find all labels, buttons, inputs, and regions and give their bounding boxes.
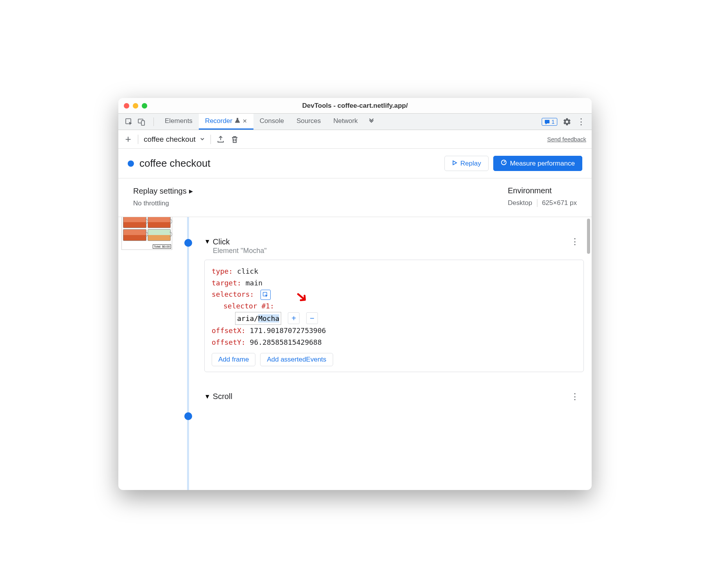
steps-panel: Total: $0.00 ▼ Click ⋮ Element "Mocha" ➜… — [118, 217, 592, 490]
separator — [138, 135, 138, 144]
close-window-icon[interactable] — [124, 103, 129, 109]
svg-rect-3 — [545, 120, 549, 123]
inspect-icon[interactable] — [125, 118, 133, 126]
send-feedback-link[interactable]: Send feedback — [547, 136, 586, 143]
tab-network[interactable]: Network — [327, 114, 364, 130]
step-click: ▼ Click ⋮ Element "Mocha" ➜ type: click … — [204, 237, 584, 372]
tab-recorder[interactable]: Recorder ✕ — [199, 114, 253, 130]
separator — [153, 118, 154, 126]
play-icon — [452, 160, 457, 167]
chevron-down-icon — [200, 135, 205, 144]
viewport-value: 625×671 px — [542, 199, 577, 207]
tab-more[interactable] — [364, 114, 379, 130]
caret-down-icon[interactable]: ▼ — [204, 393, 211, 400]
new-recording-icon[interactable]: + — [124, 135, 132, 144]
device-value: Desktop — [508, 199, 532, 207]
step-details: ➜ type: click target: main selectors: se… — [204, 260, 584, 372]
timeline-node[interactable] — [184, 412, 192, 420]
step-title: Click — [213, 237, 230, 246]
tab-console[interactable]: Console — [253, 114, 290, 130]
recorder-toolbar: + coffee checkout Send feedback — [118, 130, 592, 149]
maximize-window-icon[interactable] — [142, 103, 147, 109]
step-thumbnail[interactable]: Total: $0.00 — [121, 217, 172, 250]
step-menu-icon[interactable]: ⋮ — [571, 392, 584, 402]
measure-performance-button[interactable]: Measure performance — [493, 156, 582, 171]
add-asserted-events-button[interactable]: Add assertedEvents — [260, 353, 333, 366]
step-menu-icon[interactable]: ⋮ — [571, 237, 584, 247]
scrollbar-thumb[interactable] — [587, 219, 590, 254]
step-subtitle: Element "Mocha" — [213, 247, 584, 255]
titlebar: DevTools - coffee-cart.netlify.app/ — [118, 98, 592, 114]
tab-bar: Elements Recorder ✕ Console Sources Netw… — [118, 114, 592, 130]
issues-badge[interactable]: 1 — [542, 118, 557, 126]
devtools-window: DevTools - coffee-cart.netlify.app/ Elem… — [118, 98, 592, 490]
export-icon[interactable] — [216, 135, 225, 144]
minimize-window-icon[interactable] — [133, 103, 138, 109]
thumbnails-column: Total: $0.00 — [118, 217, 181, 490]
add-selector-button[interactable]: + — [288, 312, 300, 324]
caret-right-icon: ▸ — [189, 186, 193, 196]
environment-label: Environment — [508, 186, 551, 195]
caret-down-icon[interactable]: ▼ — [204, 238, 211, 245]
settings-row: Replay settings ▸ No throttling Environm… — [118, 178, 592, 217]
delete-icon[interactable] — [230, 135, 239, 144]
timeline-rail — [187, 217, 189, 490]
timeline: ▼ Click ⋮ Element "Mocha" ➜ type: click … — [181, 217, 592, 490]
recording-header: coffee checkout Replay Measure performan… — [118, 149, 592, 178]
recording-title: coffee checkout — [139, 157, 211, 169]
add-frame-button[interactable]: Add frame — [212, 353, 255, 366]
status-dot-icon — [128, 160, 134, 167]
settings-icon[interactable] — [563, 118, 571, 126]
remove-selector-button[interactable]: − — [306, 312, 318, 324]
replay-settings-toggle[interactable]: Replay settings ▸ — [133, 186, 193, 196]
tab-elements[interactable]: Elements — [159, 114, 199, 130]
separator — [537, 199, 537, 207]
svg-rect-2 — [141, 121, 144, 125]
close-tab-icon[interactable]: ✕ — [243, 118, 247, 124]
selector-input[interactable]: aria/Mocha — [235, 312, 281, 325]
scrollbar[interactable] — [586, 217, 591, 490]
kebab-menu-icon[interactable]: ⋮ — [577, 118, 585, 126]
gauge-icon — [501, 159, 507, 167]
recording-selector[interactable]: coffee checkout — [144, 135, 205, 144]
timeline-node[interactable] — [184, 239, 192, 247]
step-title: Scroll — [213, 392, 232, 401]
replay-button[interactable]: Replay — [444, 156, 489, 171]
device-toggle-icon[interactable] — [137, 118, 146, 126]
flask-icon — [235, 117, 240, 125]
separator — [211, 135, 211, 144]
traffic-lights — [124, 103, 147, 109]
window-title: DevTools - coffee-cart.netlify.app/ — [302, 102, 408, 110]
element-picker-icon[interactable] — [260, 290, 271, 300]
tab-sources[interactable]: Sources — [290, 114, 327, 130]
throttle-value: No throttling — [133, 200, 193, 207]
step-scroll: ▼ Scroll ⋮ — [204, 392, 584, 402]
